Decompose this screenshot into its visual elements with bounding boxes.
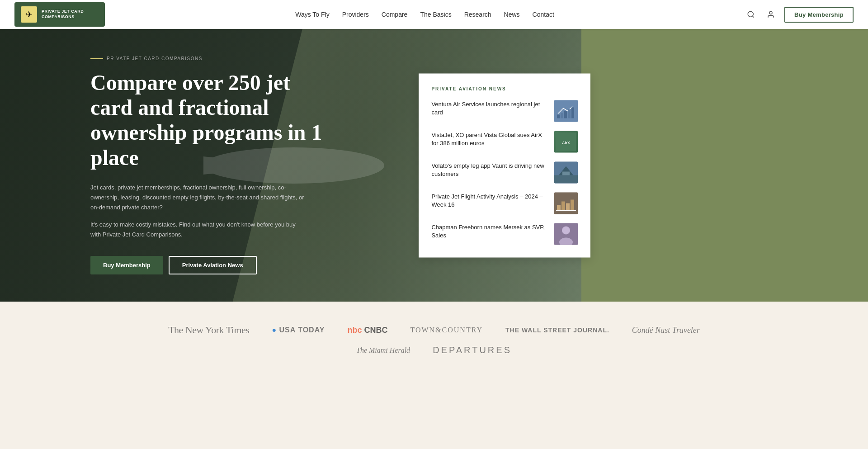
nav-news[interactable]: News (504, 11, 520, 18)
site-logo[interactable]: ✈ PRIVATE JET CARDCOMPARISONS (14, 2, 105, 27)
news-item-text: Volato's empty leg app Vaunt is driving … (431, 161, 548, 179)
news-item[interactable]: Ventura Air Services launches regional j… (431, 100, 578, 122)
breadcrumb-line (90, 58, 103, 59)
logo-conde-nast: Condé Nast Traveler (632, 326, 700, 335)
breadcrumb: PRIVATE JET CARD COMPARISONS (90, 56, 554, 61)
news-item[interactable]: Private Jet Flight Activity Analysis – 2… (431, 192, 578, 214)
nav-contact[interactable]: Contact (533, 11, 554, 18)
news-item-text: VistaJet, XO parent Vista Global sues Ai… (431, 131, 548, 148)
news-item[interactable]: Chapman Freeborn names Mersek as SVP, Sa… (431, 223, 578, 245)
nav-research[interactable]: Research (464, 11, 491, 18)
nav-links: Ways To Fly Providers Compare The Basics… (295, 10, 554, 19)
logos-section: The New York Times ● USA TODAY nbc CNBC … (0, 302, 868, 378)
hero-title: Compare over 250 jet card and fractional… (90, 70, 326, 170)
logo-departures: DEPARTURES (433, 345, 512, 355)
news-item-thumbnail (554, 223, 578, 245)
news-item-thumbnail: AirX (554, 131, 578, 152)
logo-nyt: The New York Times (168, 324, 249, 336)
svg-rect-10 (571, 107, 574, 118)
svg-rect-7 (561, 113, 563, 118)
svg-text:AirX: AirX (562, 140, 571, 145)
nav-the-basics[interactable]: The Basics (420, 11, 451, 18)
svg-point-0 (748, 11, 753, 17)
svg-rect-6 (557, 114, 560, 118)
search-icon[interactable] (745, 8, 757, 21)
user-icon[interactable] (764, 8, 777, 21)
logo-icon: ✈ (21, 6, 37, 23)
logo-usa-today: ● USA TODAY (272, 326, 325, 334)
news-item-text: Ventura Air Services launches regional j… (431, 100, 548, 117)
news-item-text: Private Jet Flight Activity Analysis – 2… (431, 192, 548, 209)
news-item-thumbnail (554, 192, 578, 214)
svg-rect-14 (554, 175, 578, 183)
svg-rect-8 (564, 111, 567, 118)
logo-town-country: TOWN&COUNTRY (410, 326, 483, 334)
svg-rect-21 (571, 199, 574, 210)
hero-right (581, 29, 868, 302)
svg-point-24 (562, 226, 570, 234)
svg-rect-18 (557, 205, 561, 210)
svg-point-1 (769, 11, 772, 14)
hero-description-2: It's easy to make costly mistakes. Find … (90, 220, 307, 240)
hero-buy-membership-button[interactable]: Buy Membership (90, 256, 163, 274)
news-item-thumbnail (554, 100, 578, 122)
hero-section: PRIVATE JET CARD COMPARISONS Compare ove… (0, 29, 868, 302)
nav-right: Buy Membership (745, 7, 854, 23)
svg-rect-20 (566, 203, 570, 210)
nav-providers[interactable]: Providers (342, 11, 369, 18)
logo-wsj: THE WALL STREET JOURNAL. (505, 326, 609, 334)
breadcrumb-text: PRIVATE JET CARD COMPARISONS (107, 56, 203, 61)
news-item[interactable]: VistaJet, XO parent Vista Global sues Ai… (431, 131, 578, 152)
logo-miami-herald: The Miami Herald (356, 346, 410, 354)
logos-row-2: The Miami Herald DEPARTURES (356, 345, 512, 355)
hero-buttons: Buy Membership Private Aviation News (90, 256, 554, 274)
news-panel: PRIVATE AVIATION NEWS Ventura Air Servic… (419, 73, 590, 257)
svg-rect-19 (561, 201, 565, 210)
svg-rect-9 (568, 109, 571, 118)
news-item-text: Chapman Freeborn names Mersek as SVP, Sa… (431, 223, 548, 240)
svg-rect-16 (562, 171, 570, 175)
nav-compare[interactable]: Compare (382, 11, 408, 18)
hero-news-button[interactable]: Private Aviation News (169, 256, 257, 274)
logos-row-1: The New York Times ● USA TODAY nbc CNBC … (168, 324, 700, 336)
logo-cnbc: nbc CNBC (347, 326, 387, 335)
navbar: ✈ PRIVATE JET CARDCOMPARISONS Ways To Fl… (0, 0, 868, 29)
news-item-thumbnail (554, 161, 578, 183)
buy-membership-button[interactable]: Buy Membership (784, 7, 854, 23)
logo-text: PRIVATE JET CARDCOMPARISONS (42, 9, 84, 19)
nav-ways-to-fly[interactable]: Ways To Fly (295, 11, 329, 18)
hero-description-1: Jet cards, private jet memberships, frac… (90, 183, 307, 213)
news-item[interactable]: Volato's empty leg app Vaunt is driving … (431, 161, 578, 183)
news-panel-title: PRIVATE AVIATION NEWS (431, 86, 578, 91)
